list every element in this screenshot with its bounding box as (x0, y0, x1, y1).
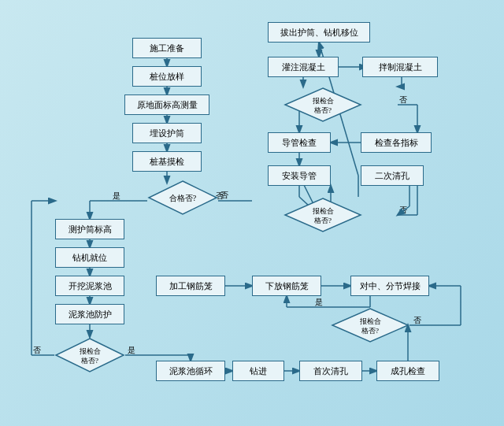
box-zuanjijuwei: 钻机就位 (55, 247, 124, 268)
svg-text:报检合: 报检合 (79, 347, 101, 355)
diamond-hegefu-1: 合格否? (147, 180, 218, 216)
svg-text:格否?: 格否? (313, 217, 332, 224)
svg-text:是: 是 (128, 346, 135, 354)
box-nijianchianghu: 泥浆池防护 (55, 304, 124, 324)
box-kaiwanijianchi: 开挖泥浆池 (55, 276, 124, 296)
svg-text:否: 否 (220, 191, 228, 199)
svg-marker-66 (56, 339, 124, 372)
svg-marker-75 (285, 198, 361, 232)
box-zhuanjimojian: 桩基摸检 (132, 151, 202, 172)
svg-marker-69 (332, 309, 408, 342)
svg-text:是: 是 (315, 298, 323, 306)
box-bachhutong: 拔出护筒、钻机移位 (268, 22, 370, 43)
diamond-baojian-3: 报检合 格否? (331, 307, 410, 343)
svg-text:格否?: 格否? (313, 106, 332, 114)
svg-line-58 (398, 206, 410, 215)
flowchart: 否 是 否 是 否 (8, 8, 496, 418)
box-zhuanwei-fangyang: 桩位放样 (132, 66, 202, 87)
box-banzhihunningtu: 拌制混凝土 (362, 57, 438, 77)
box-guanzhuhunningtu: 灌注混凝土 (268, 57, 339, 77)
svg-text:报检合: 报检合 (312, 97, 334, 105)
box-nijianchihuanxun: 泥浆池循环 (156, 361, 225, 381)
svg-text:否: 否 (399, 95, 407, 104)
box-shouciqingkong: 首次清孔 (299, 361, 362, 381)
svg-text:是: 是 (113, 191, 120, 200)
svg-text:否: 否 (413, 316, 421, 324)
box-maishehutong: 埋设护筒 (132, 123, 202, 143)
svg-text:格否?: 格否? (361, 327, 379, 335)
svg-text:格否?: 格否? (80, 357, 98, 365)
box-xiafanggangjilong: 下放钢筋笼 (252, 276, 321, 296)
svg-text:合格否?: 合格否? (169, 194, 197, 202)
box-duizhongfenjie: 对中、分节焊接 (350, 276, 429, 296)
box-erciqingkong: 二次清孔 (361, 165, 424, 186)
svg-text:否: 否 (33, 346, 41, 354)
box-zuanjin: 钻进 (232, 361, 284, 381)
svg-text:报检合: 报检合 (359, 317, 381, 325)
box-shigong-zhunbei: 施工准备 (132, 38, 202, 58)
box-cehutongbiaogao: 测护筒标高 (55, 219, 124, 239)
box-daoguanjiancha: 导管检查 (268, 132, 331, 153)
box-anzhuangdaoguan: 安装导管 (268, 165, 331, 186)
box-chengkongjiancha: 成孔检查 (376, 361, 439, 381)
diamond-baojian-2: 报检合 格否? (54, 337, 125, 373)
svg-marker-72 (285, 88, 361, 121)
svg-text:报检合: 报检合 (312, 207, 334, 215)
diamond-baojian-5: 报检合 格否? (284, 197, 362, 233)
box-yuandimianbiaogao: 原地面标高测量 (124, 94, 209, 115)
svg-text:否: 否 (399, 206, 407, 214)
box-jiagonggangjilong: 加工钢筋笼 (156, 276, 225, 296)
box-jianchagezhbiao: 检查各指标 (361, 132, 432, 153)
diamond-baojian-4: 报检合 格否? (284, 87, 362, 123)
